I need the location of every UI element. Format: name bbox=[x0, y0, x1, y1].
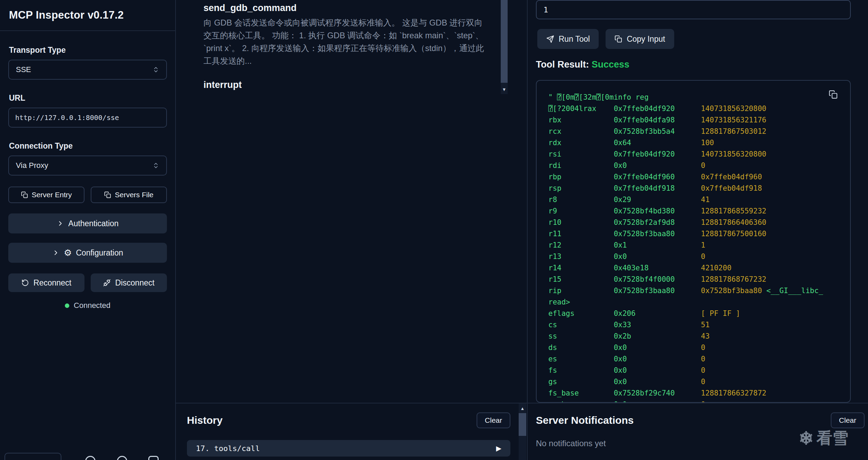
history-item[interactable]: 17. tools/call ▶ bbox=[187, 440, 510, 457]
copy-input-label: Copy Input bbox=[627, 34, 665, 44]
terminal-output: " ⍰[0m⍰[32m⍰[0minfo reg⍰[?2004lrax 0x7ff… bbox=[548, 92, 838, 403]
url-label: URL bbox=[9, 93, 166, 103]
notifications-clear-button[interactable]: Clear bbox=[831, 412, 865, 428]
chevrons-up-down-icon bbox=[152, 66, 159, 73]
tool-description: 向 GDB 进程发送中断信号 (SIGINT/Ctrl+C)。 使用场景： 当程… bbox=[203, 93, 490, 94]
tool-item-interrupt[interactable]: interrupt 向 GDB 进程发送中断信号 (SIGINT/Ctrl+C)… bbox=[203, 77, 490, 94]
tool-name: interrupt bbox=[203, 77, 490, 90]
copy-icon bbox=[21, 191, 28, 198]
circle-icon[interactable] bbox=[85, 456, 96, 460]
rotate-ccw-icon bbox=[21, 279, 29, 287]
server-notifications-pane: Server Notifications Clear No notificati… bbox=[526, 403, 868, 460]
tools-list: send_gdb_command 向 GDB 会话发送命令或向被调试程序发送标准… bbox=[203, 0, 490, 94]
theme-select[interactable]: System bbox=[4, 453, 61, 460]
history-pane: History Clear 17. tools/call ▶ bbox=[176, 403, 519, 460]
box-icon[interactable] bbox=[148, 456, 159, 460]
connection-actions-row: Reconnect Disconnect bbox=[8, 273, 167, 292]
tool-result-status: Success bbox=[592, 59, 630, 70]
app-title: MCP Inspector v0.17.2 bbox=[9, 9, 124, 21]
copy-icon bbox=[104, 191, 111, 198]
send-icon bbox=[546, 35, 554, 43]
authentication-button[interactable]: Authentication bbox=[8, 213, 167, 233]
tool-item-send-gdb-command[interactable]: send_gdb_command 向 GDB 会话发送命令或向被调试程序发送标准… bbox=[203, 0, 490, 67]
theme-select-value: System bbox=[12, 459, 36, 460]
connection-type-label: Connection Type bbox=[9, 141, 166, 151]
tool-runner-pane: Run Tool Copy Input Tool Result: Success… bbox=[536, 0, 851, 403]
reconnect-button[interactable]: Reconnect bbox=[8, 273, 84, 292]
configuration-label: Configuration bbox=[76, 248, 123, 258]
disconnect-label: Disconnect bbox=[115, 278, 154, 288]
pane-divider bbox=[527, 0, 528, 460]
tool-param-input[interactable] bbox=[536, 0, 851, 19]
history-item-label: 17. tools/call bbox=[196, 444, 260, 453]
url-input[interactable] bbox=[8, 108, 167, 128]
transport-type-value: SSE bbox=[16, 65, 31, 74]
sidebar-header: MCP Inspector v0.17.2 bbox=[0, 0, 175, 31]
copy-result-button[interactable] bbox=[829, 90, 838, 99]
chevrons-up-down-icon bbox=[152, 162, 159, 169]
history-title: History bbox=[187, 414, 222, 426]
notifications-empty-text: No notifications yet bbox=[536, 439, 868, 448]
tool-name: send_gdb_command bbox=[203, 0, 490, 13]
notifications-title: Server Notifications bbox=[536, 414, 633, 426]
unplug-icon bbox=[103, 279, 111, 287]
scrollbar-thumb[interactable] bbox=[501, 0, 508, 83]
transport-type-select[interactable]: SSE bbox=[8, 60, 167, 80]
scroll-up-arrow[interactable]: ▲ bbox=[519, 403, 526, 413]
servers-file-button[interactable]: Servers File bbox=[91, 187, 167, 203]
run-tool-label: Run Tool bbox=[559, 34, 590, 44]
scrollbar-thumb[interactable] bbox=[519, 413, 526, 436]
disconnect-button[interactable]: Disconnect bbox=[91, 273, 167, 292]
chevron-right-icon bbox=[57, 220, 64, 227]
tool-description: 向 GDB 会话发送命令或向被调试程序发送标准输入。 这是与 GDB 进行双向交… bbox=[203, 16, 490, 67]
run-tool-button[interactable]: Run Tool bbox=[537, 29, 599, 49]
server-buttons-row: Server Entry Servers File bbox=[8, 187, 167, 203]
gear-icon: ⚙ bbox=[64, 248, 72, 257]
authentication-label: Authentication bbox=[68, 219, 119, 228]
transport-type-label: Transport Type bbox=[9, 46, 166, 55]
copy-icon bbox=[615, 35, 622, 43]
bottom-scrollbar: ▲ bbox=[519, 403, 526, 460]
notifications-header: Server Notifications Clear bbox=[526, 403, 868, 428]
tools-scrollbar: ▼ bbox=[501, 0, 508, 94]
play-icon[interactable]: ▶ bbox=[496, 444, 501, 452]
history-clear-button[interactable]: Clear bbox=[477, 412, 510, 428]
tool-result-text: Tool Result: bbox=[536, 59, 589, 70]
servers-file-label: Servers File bbox=[115, 191, 153, 199]
bell-icon[interactable] bbox=[117, 456, 127, 460]
configuration-button[interactable]: ⚙ Configuration bbox=[8, 243, 167, 263]
scroll-down-arrow[interactable]: ▼ bbox=[501, 85, 508, 94]
connection-status-label: Connected bbox=[74, 301, 110, 310]
server-entry-button[interactable]: Server Entry bbox=[8, 187, 84, 203]
runner-buttons-row: Run Tool Copy Input bbox=[537, 29, 674, 49]
status-dot-icon bbox=[65, 303, 69, 308]
sidebar: MCP Inspector v0.17.2 Transport Type SSE… bbox=[0, 0, 176, 460]
app-root: MCP Inspector v0.17.2 Transport Type SSE… bbox=[0, 0, 868, 460]
tool-result-label: Tool Result: Success bbox=[536, 59, 629, 70]
server-entry-label: Server Entry bbox=[32, 191, 72, 199]
chevron-right-icon bbox=[52, 249, 60, 257]
history-header: History Clear bbox=[176, 403, 519, 428]
reconnect-label: Reconnect bbox=[33, 278, 71, 288]
connection-type-select[interactable]: Via Proxy bbox=[8, 156, 167, 176]
tool-result-terminal: " ⍰[0m⍰[32m⍰[0minfo reg⍰[?2004lrax 0x7ff… bbox=[536, 80, 851, 403]
copy-input-button[interactable]: Copy Input bbox=[606, 29, 674, 49]
sidebar-body: Transport Type SSE URL Connection Type V… bbox=[0, 31, 175, 310]
connection-type-value: Via Proxy bbox=[16, 161, 48, 170]
connection-status: Connected bbox=[8, 301, 167, 310]
